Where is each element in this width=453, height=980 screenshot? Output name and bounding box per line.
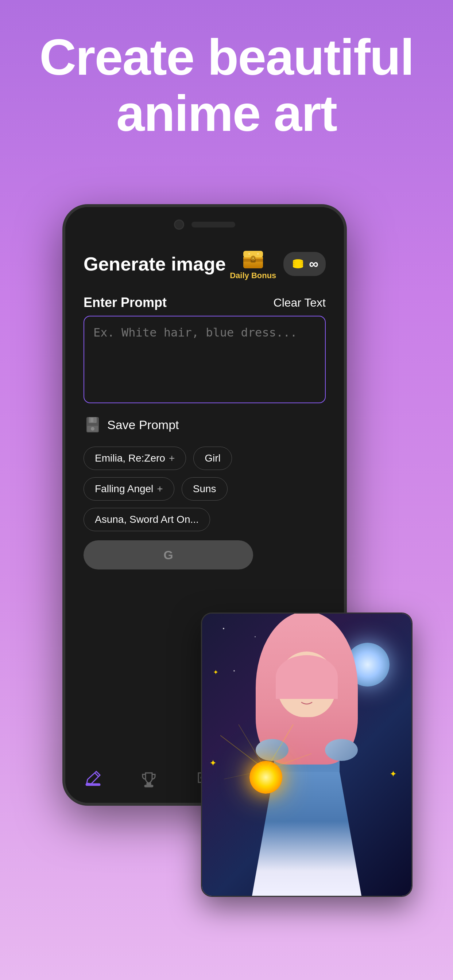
svg-rect-18 <box>91 418 93 422</box>
header-right: ✦ ✦ Daily Bonus <box>230 247 326 280</box>
svg-line-37 <box>224 770 266 779</box>
header-row: Generate image <box>83 247 326 280</box>
phone-content: Generate image <box>65 236 344 581</box>
chest-icon: ✦ ✦ <box>240 247 266 269</box>
chips-row-2: Falling Angel + Suns <box>83 477 326 501</box>
svg-point-15 <box>293 265 303 268</box>
prompt-textarea[interactable] <box>83 316 326 403</box>
nav-edit[interactable] <box>83 769 103 789</box>
phone-area: Generate image <box>62 204 391 933</box>
sparkle-1: ✦ <box>209 758 217 768</box>
char-hair-front <box>276 655 338 699</box>
chip-plus-icon: + <box>169 452 175 464</box>
svg-text:✦: ✦ <box>257 252 259 256</box>
save-prompt-label: Save Prompt <box>107 418 179 432</box>
svg-line-33 <box>220 735 266 770</box>
svg-text:✦: ✦ <box>248 252 250 256</box>
shoulder-right <box>325 739 358 761</box>
svg-rect-23 <box>145 785 153 787</box>
anime-card-bg: ✦ ✦ ✦ <box>202 614 412 896</box>
notch-speaker <box>191 222 235 228</box>
nav-trophy[interactable] <box>139 769 159 789</box>
svg-point-20 <box>91 427 94 431</box>
rays-svg <box>220 724 311 816</box>
notch-camera <box>174 220 184 230</box>
section-label-row: Enter Prompt Clear Text <box>83 295 326 310</box>
generate-button-label: G <box>163 548 173 562</box>
daily-bonus-label: Daily Bonus <box>230 271 276 280</box>
chip-asuna[interactable]: Asuna, Sword Art On... <box>83 508 210 531</box>
hero-title-line1: Create beautiful <box>22 29 431 85</box>
svg-line-36 <box>266 754 311 770</box>
chip-girl[interactable]: Girl <box>193 447 232 470</box>
phone-notch <box>65 207 344 236</box>
anime-card: ✦ ✦ ✦ <box>201 612 413 897</box>
save-prompt-row[interactable]: Save Prompt <box>83 415 326 434</box>
clear-text-button[interactable]: Clear Text <box>274 296 326 310</box>
coins-badge[interactable]: ∞ <box>283 252 326 276</box>
chip-suns[interactable]: Suns <box>182 477 228 501</box>
app-title: Generate image <box>83 253 226 275</box>
chip-falling-angel[interactable]: Falling Angel + <box>83 477 174 501</box>
enter-prompt-label: Enter Prompt <box>83 295 167 310</box>
generate-btn-area: G <box>83 540 326 570</box>
sparkle-3: ✦ <box>213 668 219 676</box>
daily-bonus-button[interactable]: ✦ ✦ Daily Bonus <box>230 247 276 280</box>
svg-line-35 <box>266 724 293 770</box>
chips-row-3: Asuna, Sword Art On... <box>83 508 326 531</box>
hero-title: Create beautiful anime art <box>0 0 453 156</box>
generate-button[interactable]: G <box>83 540 253 570</box>
chip-plus-icon-2: + <box>157 483 163 495</box>
chip-emilia[interactable]: Emilia, Re:Zero + <box>83 447 186 470</box>
chips-row-1: Emilia, Re:Zero + Girl <box>83 447 326 470</box>
char-mouth <box>300 700 314 705</box>
coins-infinity: ∞ <box>309 256 318 272</box>
svg-line-34 <box>239 724 266 770</box>
hero-title-line2: anime art <box>22 85 431 142</box>
sparkle-2: ✦ <box>389 769 397 779</box>
svg-rect-21 <box>86 784 100 785</box>
